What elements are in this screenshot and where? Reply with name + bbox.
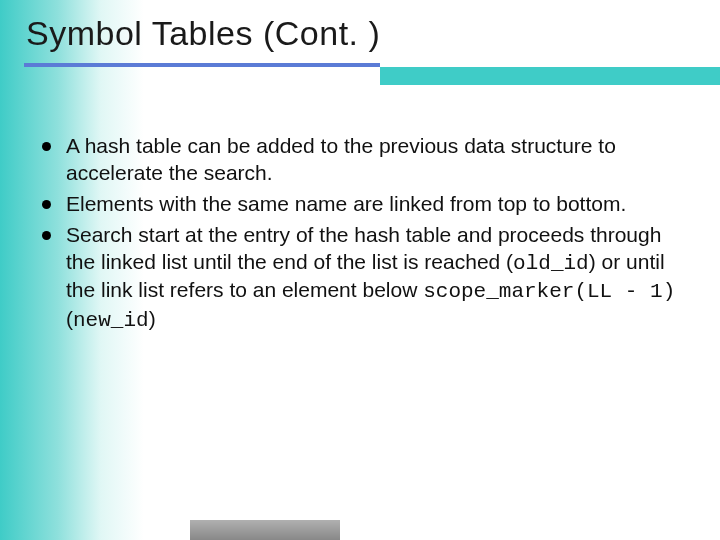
bullet-list: A hash table can be added to the previou… — [40, 133, 680, 335]
code-old-id: old_id — [513, 252, 589, 275]
code-new-id: new_id — [73, 309, 149, 332]
bullet-text: A hash table can be added to the previou… — [66, 134, 616, 184]
footer-decoration — [190, 520, 340, 540]
list-item: Elements with the same name are linked f… — [40, 191, 680, 218]
content-area: A hash table can be added to the previou… — [0, 85, 720, 335]
bullet-text: ( — [66, 307, 73, 330]
list-item: A hash table can be added to the previou… — [40, 133, 680, 187]
title-area: Symbol Tables (Cont. ) — [0, 0, 720, 85]
blue-underline — [24, 63, 380, 67]
bullet-text: Elements with the same name are linked f… — [66, 192, 626, 215]
title-underline — [0, 63, 720, 85]
teal-underline — [380, 67, 720, 85]
bullet-text: ) — [149, 307, 156, 330]
list-item: Search start at the entry of the hash ta… — [40, 222, 680, 336]
code-scope-marker: scope_marker(LL - 1) — [423, 280, 675, 303]
slide-title: Symbol Tables (Cont. ) — [26, 14, 720, 53]
